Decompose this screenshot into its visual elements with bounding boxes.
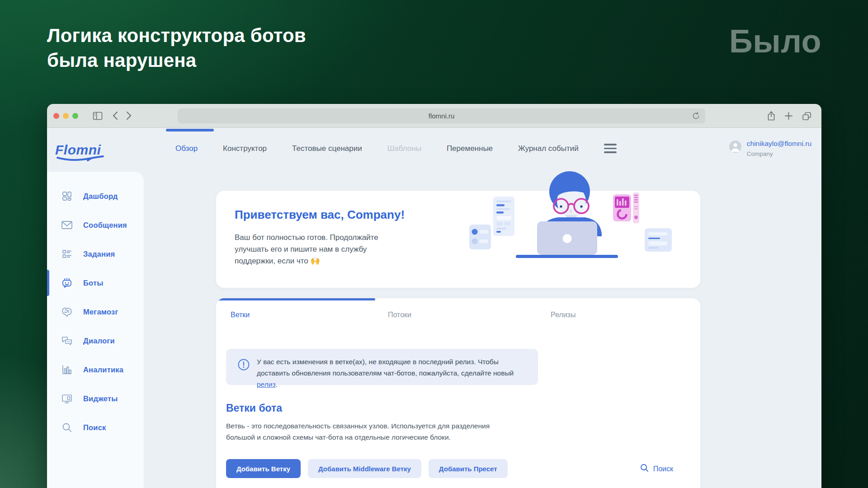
laptop-illustration	[537, 221, 597, 255]
add-middleware-branch-button[interactable]: Добавить Middleware Ветку	[308, 459, 421, 478]
alert-text: У вас есть изменения в ветке(ах), не вхо…	[257, 356, 528, 390]
main-content: Приветствуем вас, Company! Ваш бот полно…	[144, 172, 821, 488]
active-section-indicator	[216, 298, 375, 300]
widgets-icon	[61, 394, 73, 404]
tab-overview-icon[interactable]	[802, 112, 811, 121]
contacts-card-illustration	[469, 225, 491, 249]
notes-card-illustration	[645, 228, 672, 252]
browser-forward-icon[interactable]	[126, 111, 132, 120]
person-illustration	[540, 171, 602, 236]
sidebar-item-tasks[interactable]: Задания	[47, 239, 144, 268]
top-navbar: Flomni Обзор Конструктор Тестовые сценар…	[47, 128, 821, 172]
branches-card: Ветки Потоки Релизы У вас е	[216, 298, 700, 488]
welcome-illustration	[469, 171, 679, 284]
page-background: Логика конструктора ботов была нарушена …	[0, 0, 868, 488]
hero-title-line2: была нарушена	[47, 48, 306, 73]
address-bar[interactable]: flomni.ru	[178, 108, 705, 123]
url-text: flomni.ru	[429, 112, 455, 120]
active-tab-indicator	[166, 129, 214, 131]
chat-card-illustration	[493, 197, 514, 236]
sidebar-item-widgets[interactable]: Виджеты	[47, 384, 144, 413]
welcome-title: Приветствуем вас, Company!	[235, 208, 405, 222]
branch-search-icon	[640, 464, 649, 474]
nav-item-constructor[interactable]: Конструктор	[223, 144, 267, 153]
sidebar-item-dialogs[interactable]: Диалоги	[47, 326, 144, 355]
welcome-card: Приветствуем вас, Company! Ваш бот полно…	[216, 191, 700, 288]
hero-title: Логика конструктора ботов была нарушена	[47, 23, 306, 73]
browser-sidebar-toggle-icon[interactable]	[93, 112, 103, 120]
sidebar-item-megabrain[interactable]: Мегамозг	[47, 297, 144, 326]
branches-section-description: Ветвь - это последовательность связанных…	[226, 420, 519, 443]
branches-section-title: Ветки бота	[226, 402, 282, 414]
nav-item-variables[interactable]: Переменные	[447, 144, 493, 153]
branch-search-label: Поиск	[653, 465, 673, 473]
warning-icon	[238, 359, 250, 372]
browser-back-icon[interactable]	[113, 111, 118, 120]
branch-search[interactable]: Поиск	[640, 464, 673, 474]
desk-illustration	[516, 255, 618, 258]
close-window-button[interactable]	[53, 113, 59, 119]
nav-item-templates[interactable]: Шаблоны	[387, 144, 421, 153]
tab-releases[interactable]: Релизы	[551, 311, 576, 319]
branch-actions: Добавить Ветку Добавить Middleware Ветку…	[226, 459, 508, 478]
browser-window: flomni.ru	[47, 104, 821, 488]
new-tab-icon[interactable]	[785, 112, 793, 120]
welcome-body: Ваш бот полностью готов. Продолжайте улу…	[235, 232, 386, 267]
app-body: Дашборд Сообщения	[47, 172, 821, 488]
zoom-window-button[interactable]	[72, 113, 78, 119]
logo-underline-swoosh	[56, 155, 105, 162]
minimize-window-button[interactable]	[63, 113, 69, 119]
analytics-card-illustration	[613, 192, 639, 223]
flomni-logo[interactable]: Flomni	[55, 142, 108, 158]
user-email: chinikaylo@flomni.ru	[747, 140, 811, 148]
user-company: Company	[747, 150, 811, 157]
nav-item-test-scenarios[interactable]: Тестовые сценарии	[292, 144, 362, 153]
user-avatar	[729, 141, 741, 153]
traffic-lights	[53, 113, 78, 119]
titlebar-right-icons	[767, 104, 811, 128]
add-preset-button[interactable]: Добавить Пресет	[429, 459, 508, 478]
nav-menu: Обзор Конструктор Тестовые сценарии Шабл…	[175, 144, 579, 153]
release-alert: У вас есть изменения в ветке(ах), не вхо…	[226, 349, 538, 385]
reload-icon[interactable]	[692, 112, 700, 120]
alert-text-body: У вас есть изменения в ветке(ах), не вхо…	[257, 358, 514, 377]
nav-item-overview[interactable]: Обзор	[175, 144, 198, 153]
browser-titlebar: flomni.ru	[47, 104, 821, 128]
sidebar: Дашборд Сообщения	[47, 172, 144, 488]
sidebar-item-search[interactable]: Поиск	[47, 413, 144, 442]
alert-text-suffix: .	[276, 380, 278, 388]
tab-flows[interactable]: Потоки	[388, 311, 411, 319]
sidebar-item-analytics[interactable]: Аналитика	[47, 355, 144, 384]
state-badge: Было	[729, 23, 821, 60]
share-icon[interactable]	[767, 111, 775, 121]
app-page: Flomni Обзор Конструктор Тестовые сценар…	[47, 128, 821, 488]
user-account[interactable]: chinikaylo@flomni.ru Company	[729, 140, 811, 157]
hero-title-line1: Логика конструктора ботов	[47, 23, 306, 48]
analytics-icon	[61, 365, 73, 375]
hamburger-menu-icon[interactable]	[604, 144, 617, 153]
nav-item-event-log[interactable]: Журнал событий	[518, 144, 579, 153]
sidebar-item-messages[interactable]: Сообщения	[47, 211, 144, 239]
tab-branches[interactable]: Ветки	[231, 311, 250, 319]
bot-icon	[61, 277, 73, 289]
tasks-icon	[61, 249, 73, 259]
search-icon	[61, 422, 73, 433]
add-branch-button[interactable]: Добавить Ветку	[226, 459, 301, 478]
sidebar-item-dashboard[interactable]: Дашборд	[47, 182, 144, 211]
dashboard-icon	[61, 191, 73, 202]
release-link[interactable]: релиз	[257, 380, 276, 388]
dialogs-icon	[61, 336, 73, 346]
messages-icon	[61, 220, 73, 230]
sidebar-item-bots[interactable]: Боты	[47, 268, 144, 297]
brain-icon	[61, 307, 73, 317]
